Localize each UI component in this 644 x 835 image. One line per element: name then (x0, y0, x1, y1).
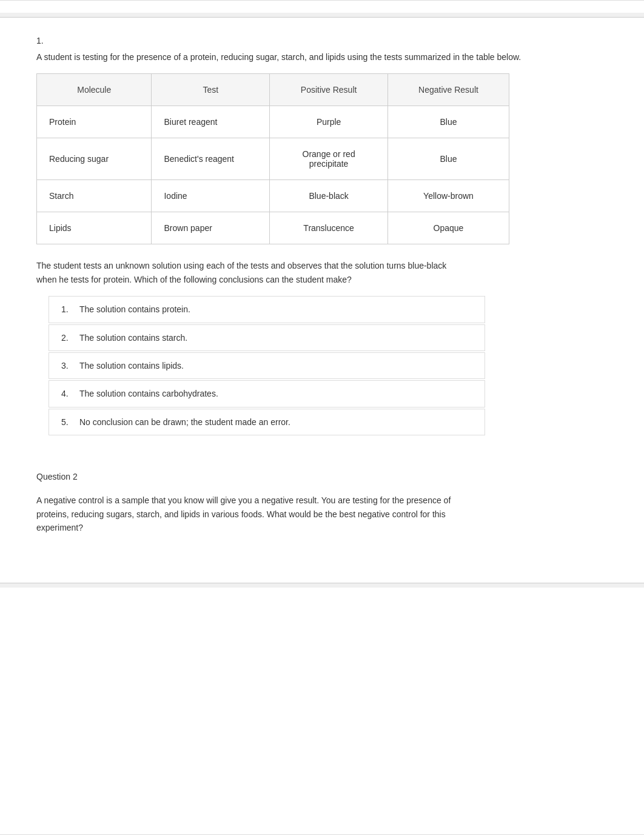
option-number: 3. (61, 359, 79, 372)
option-text: The solution contains protein. (79, 303, 472, 316)
table-cell-3-2: Translucence (270, 212, 388, 244)
table-row: ProteinBiuret reagentPurpleBlue (37, 106, 509, 138)
page-container: 1. A student is testing for the presence… (0, 0, 644, 835)
table-cell-1-1: Benedict's reagent (152, 138, 270, 180)
table-cell-2-2: Blue-black (270, 180, 388, 212)
col-header-molecule: Molecule (37, 74, 152, 106)
table-cell-2-0: Starch (37, 180, 152, 212)
table-header-row: Molecule Test Positive Result Negative R… (37, 74, 509, 106)
table-cell-3-0: Lipids (37, 212, 152, 244)
question-1-intro: A student is testing for the presence of… (36, 50, 522, 64)
follow-up-text: The student tests an unknown solution us… (36, 259, 461, 286)
option-item[interactable]: 4.The solution contains carbohydrates. (49, 380, 485, 407)
option-item[interactable]: 5.No conclusion can be drawn; the studen… (49, 409, 485, 435)
table-cell-1-3: Blue (387, 138, 509, 180)
table-row: LipidsBrown paperTranslucenceOpaque (37, 212, 509, 244)
option-number: 1. (61, 303, 79, 316)
question-2-text: A negative control is a sample that you … (36, 494, 461, 534)
table-cell-3-1: Brown paper (152, 212, 270, 244)
bottom-bar (0, 583, 644, 588)
option-item[interactable]: 2.The solution contains starch. (49, 324, 485, 351)
table-row: Reducing sugarBenedict's reagentOrange o… (37, 138, 509, 180)
option-item[interactable]: 3.The solution contains lipids. (49, 352, 485, 379)
table-cell-1-0: Reducing sugar (37, 138, 152, 180)
table-cell-2-1: Iodine (152, 180, 270, 212)
option-text: No conclusion can be drawn; the student … (79, 415, 472, 429)
col-header-test: Test (152, 74, 270, 106)
table-cell-3-3: Opaque (387, 212, 509, 244)
option-text: The solution contains lipids. (79, 359, 472, 372)
table-cell-0-3: Blue (387, 106, 509, 138)
col-header-positive: Positive Result (270, 74, 388, 106)
content-area: 1. A student is testing for the presence… (0, 30, 644, 558)
table-cell-0-2: Purple (270, 106, 388, 138)
table-row: StarchIodineBlue-blackYellow-brown (37, 180, 509, 212)
option-number: 5. (61, 415, 79, 429)
question-1-number: 1. (36, 36, 608, 45)
table-cell-1-2: Orange or redprecipitate (270, 138, 388, 180)
option-number: 4. (61, 387, 79, 400)
question-2-label: Question 2 (36, 472, 608, 481)
question-2-section: Question 2 A negative control is a sampl… (36, 460, 608, 534)
table-cell-0-0: Protein (37, 106, 152, 138)
top-bar (0, 13, 644, 18)
molecule-table: Molecule Test Positive Result Negative R… (36, 73, 509, 244)
option-text: The solution contains carbohydrates. (79, 387, 472, 400)
option-text: The solution contains starch. (79, 331, 472, 344)
table-cell-0-1: Biuret reagent (152, 106, 270, 138)
table-cell-2-3: Yellow-brown (387, 180, 509, 212)
options-container: 1.The solution contains protein.2.The so… (49, 296, 608, 435)
col-header-negative: Negative Result (387, 74, 509, 106)
option-item[interactable]: 1.The solution contains protein. (49, 296, 485, 323)
option-number: 2. (61, 331, 79, 344)
